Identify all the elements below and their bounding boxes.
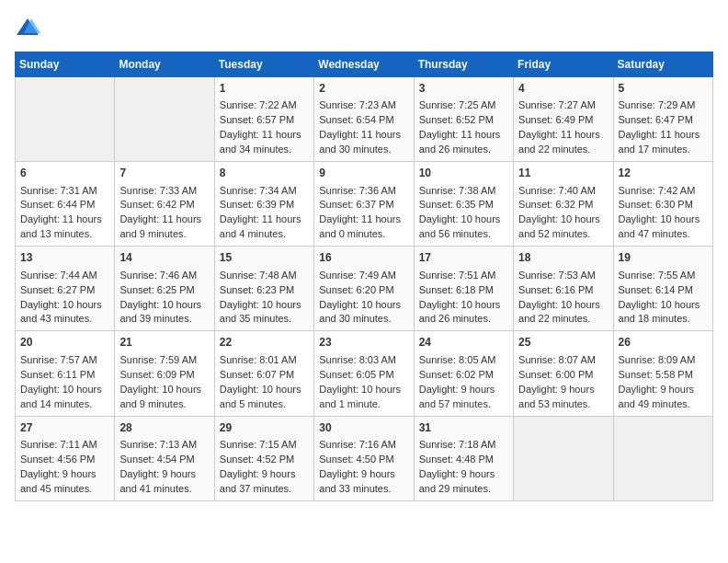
calendar-day-cell: 25Sunrise: 8:07 AMSunset: 6:00 PMDayligh…	[514, 331, 613, 416]
sunset-text: Sunset: 6:16 PM	[518, 283, 608, 298]
day-number: 12	[619, 166, 708, 181]
daylight-text: Daylight: 11 hours and 34 minutes.	[220, 128, 309, 157]
sunrise-text: Sunrise: 7:15 AM	[220, 438, 309, 453]
day-number: 1	[220, 81, 309, 97]
calendar-day-cell: 22Sunrise: 8:01 AMSunset: 6:07 PMDayligh…	[214, 331, 313, 416]
calendar-day-cell: 8Sunrise: 7:34 AMSunset: 6:39 PMDaylight…	[214, 162, 313, 247]
sunset-text: Sunset: 6:37 PM	[319, 198, 408, 213]
day-number: 14	[119, 250, 209, 266]
day-number: 23	[319, 335, 408, 350]
day-number: 25	[518, 335, 608, 350]
daylight-text: Daylight: 10 hours and 47 minutes.	[619, 213, 708, 242]
sunset-text: Sunset: 6:18 PM	[419, 283, 508, 298]
day-number: 18	[518, 250, 608, 266]
sunset-text: Sunset: 6:02 PM	[419, 368, 508, 383]
calendar-day-cell: 24Sunrise: 8:05 AMSunset: 6:02 PMDayligh…	[414, 331, 513, 416]
calendar-day-cell: 17Sunrise: 7:51 AMSunset: 6:18 PMDayligh…	[414, 247, 513, 331]
day-number: 19	[619, 250, 708, 266]
calendar-day-cell: 26Sunrise: 8:09 AMSunset: 5:58 PMDayligh…	[613, 331, 712, 416]
daylight-text: Daylight: 11 hours and 4 minutes.	[220, 213, 309, 242]
day-number: 17	[419, 250, 508, 266]
daylight-text: Daylight: 9 hours and 49 minutes.	[619, 383, 708, 412]
calendar-day-cell: 30Sunrise: 7:16 AMSunset: 4:50 PMDayligh…	[314, 416, 414, 500]
daylight-text: Daylight: 9 hours and 29 minutes.	[419, 467, 508, 497]
calendar-day-cell: 3Sunrise: 7:25 AMSunset: 6:52 PMDaylight…	[414, 77, 513, 162]
calendar-day-cell: 15Sunrise: 7:48 AMSunset: 6:23 PMDayligh…	[214, 247, 313, 331]
daylight-text: Daylight: 10 hours and 14 minutes.	[20, 383, 109, 412]
sunset-text: Sunset: 6:49 PM	[518, 113, 608, 128]
sunrise-text: Sunrise: 7:36 AM	[319, 184, 408, 199]
calendar-day-cell: 2Sunrise: 7:23 AMSunset: 6:54 PMDaylight…	[314, 77, 414, 162]
day-number: 28	[119, 420, 209, 436]
weekday-header-cell: Thursday	[414, 52, 513, 77]
sunset-text: Sunset: 6:07 PM	[220, 368, 309, 383]
weekday-header-cell: Monday	[115, 52, 214, 77]
sunset-text: Sunset: 6:39 PM	[220, 198, 309, 213]
sunset-text: Sunset: 6:42 PM	[119, 198, 209, 213]
calendar-day-cell: 7Sunrise: 7:33 AMSunset: 6:42 PMDaylight…	[115, 162, 214, 247]
calendar-day-cell: 12Sunrise: 7:42 AMSunset: 6:30 PMDayligh…	[613, 162, 712, 247]
daylight-text: Daylight: 11 hours and 22 minutes.	[518, 128, 608, 157]
day-number: 31	[419, 420, 508, 436]
sunrise-text: Sunrise: 7:33 AM	[119, 184, 209, 199]
calendar-day-cell: 20Sunrise: 7:57 AMSunset: 6:11 PMDayligh…	[16, 331, 115, 416]
daylight-text: Daylight: 10 hours and 43 minutes.	[20, 298, 109, 327]
calendar-day-cell: 19Sunrise: 7:55 AMSunset: 6:14 PMDayligh…	[613, 247, 712, 331]
daylight-text: Daylight: 10 hours and 26 minutes.	[419, 298, 508, 327]
day-number: 9	[319, 166, 408, 181]
sunrise-text: Sunrise: 8:01 AM	[220, 353, 309, 368]
day-number: 13	[20, 250, 109, 266]
weekday-header-cell: Friday	[514, 52, 613, 77]
calendar-day-cell	[514, 416, 613, 500]
sunset-text: Sunset: 6:54 PM	[319, 113, 408, 128]
weekday-header-cell: Tuesday	[214, 52, 313, 77]
daylight-text: Daylight: 9 hours and 53 minutes.	[518, 383, 608, 412]
sunset-text: Sunset: 6:44 PM	[20, 198, 109, 213]
calendar-day-cell: 29Sunrise: 7:15 AMSunset: 4:52 PMDayligh…	[214, 416, 313, 500]
daylight-text: Daylight: 9 hours and 33 minutes.	[319, 467, 408, 497]
sunrise-text: Sunrise: 8:03 AM	[319, 353, 408, 368]
daylight-text: Daylight: 10 hours and 35 minutes.	[220, 298, 309, 327]
calendar-body: 1Sunrise: 7:22 AMSunset: 6:57 PMDaylight…	[16, 77, 713, 501]
sunrise-text: Sunrise: 7:40 AM	[518, 184, 608, 199]
sunrise-text: Sunrise: 7:25 AM	[419, 98, 508, 113]
sunrise-text: Sunrise: 7:22 AM	[220, 98, 309, 113]
day-number: 22	[220, 335, 309, 350]
calendar-day-cell: 23Sunrise: 8:03 AMSunset: 6:05 PMDayligh…	[314, 331, 414, 416]
weekday-header-cell: Saturday	[613, 52, 712, 77]
daylight-text: Daylight: 10 hours and 56 minutes.	[419, 213, 508, 242]
day-number: 2	[319, 81, 408, 97]
sunrise-text: Sunrise: 7:11 AM	[20, 438, 109, 453]
sunrise-text: Sunrise: 7:55 AM	[619, 269, 708, 283]
calendar-day-cell: 6Sunrise: 7:31 AMSunset: 6:44 PMDaylight…	[16, 162, 115, 247]
calendar-day-cell: 9Sunrise: 7:36 AMSunset: 6:37 PMDaylight…	[314, 162, 414, 247]
calendar-week-row: 20Sunrise: 7:57 AMSunset: 6:11 PMDayligh…	[16, 331, 713, 416]
daylight-text: Daylight: 10 hours and 52 minutes.	[518, 213, 608, 242]
sunrise-text: Sunrise: 8:07 AM	[518, 353, 608, 368]
sunset-text: Sunset: 4:54 PM	[119, 453, 209, 467]
day-number: 26	[619, 335, 708, 350]
sunrise-text: Sunrise: 7:49 AM	[319, 269, 408, 283]
calendar-day-cell	[613, 416, 712, 500]
sunset-text: Sunset: 4:52 PM	[220, 453, 309, 467]
calendar-week-row: 13Sunrise: 7:44 AMSunset: 6:27 PMDayligh…	[16, 247, 713, 331]
calendar-day-cell: 10Sunrise: 7:38 AMSunset: 6:35 PMDayligh…	[414, 162, 513, 247]
calendar-day-cell	[115, 77, 214, 162]
sunrise-text: Sunrise: 7:53 AM	[518, 269, 608, 283]
sunrise-text: Sunrise: 8:05 AM	[419, 353, 508, 368]
sunrise-text: Sunrise: 7:13 AM	[119, 438, 209, 453]
sunrise-text: Sunrise: 7:16 AM	[319, 438, 408, 453]
sunrise-text: Sunrise: 7:34 AM	[220, 184, 309, 199]
calendar-day-cell: 21Sunrise: 7:59 AMSunset: 6:09 PMDayligh…	[115, 331, 214, 416]
day-number: 15	[220, 250, 309, 266]
weekday-header-cell: Sunday	[16, 52, 115, 77]
sunset-text: Sunset: 6:14 PM	[619, 283, 708, 298]
day-number: 21	[119, 335, 209, 350]
calendar-day-cell: 28Sunrise: 7:13 AMSunset: 4:54 PMDayligh…	[115, 416, 214, 500]
day-number: 3	[419, 81, 508, 97]
sunrise-text: Sunrise: 7:57 AM	[20, 353, 109, 368]
sunrise-text: Sunrise: 7:51 AM	[419, 269, 508, 283]
calendar-day-cell: 14Sunrise: 7:46 AMSunset: 6:25 PMDayligh…	[115, 247, 214, 331]
day-number: 10	[419, 166, 508, 181]
sunrise-text: Sunrise: 7:42 AM	[619, 184, 708, 199]
